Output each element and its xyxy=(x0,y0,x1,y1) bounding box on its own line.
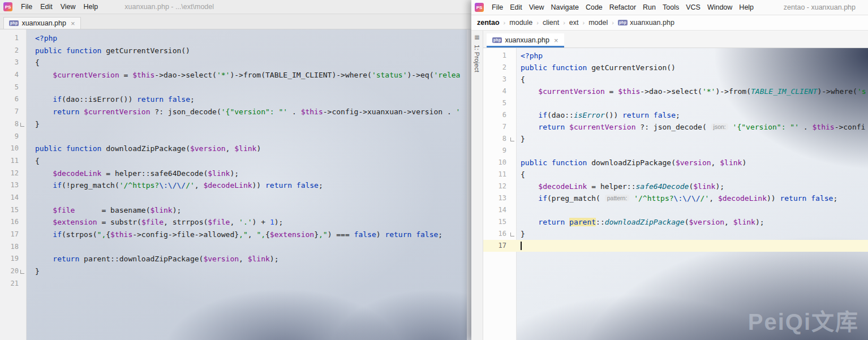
code-line[interactable]: 20} xyxy=(0,265,471,278)
menu-item-help[interactable]: Help xyxy=(736,3,757,11)
line-number[interactable]: 9 xyxy=(483,145,516,157)
code-line[interactable]: 1<?php xyxy=(0,32,471,45)
line-number[interactable]: 16 xyxy=(483,228,516,240)
code-line[interactable]: 3{ xyxy=(483,74,868,85)
fold-marker-icon[interactable] xyxy=(510,233,514,236)
code-line[interactable]: 1<?php xyxy=(483,50,868,62)
breadcrumb-item-client[interactable]: client xyxy=(543,19,559,27)
menu-item-help[interactable]: Help xyxy=(80,3,102,11)
code-line[interactable]: 3{ xyxy=(0,57,471,69)
line-number[interactable]: 8 xyxy=(0,118,26,131)
line-number[interactable]: 6 xyxy=(483,109,516,121)
line-number[interactable]: 12 xyxy=(0,167,26,180)
code-line[interactable]: 16 $extension = substr($file, strrpos($f… xyxy=(0,216,471,229)
menu-item-code[interactable]: Code xyxy=(582,3,606,11)
project-tool-button[interactable]: 1: Project xyxy=(474,45,480,72)
menu-item-vcs[interactable]: VCS xyxy=(682,3,704,11)
line-number[interactable]: 13 xyxy=(0,179,26,192)
code-line[interactable]: 14 xyxy=(0,192,471,204)
code-line[interactable]: 2public function getCurrentVersion() xyxy=(483,62,868,74)
code-line[interactable]: 8} xyxy=(483,133,868,145)
tab-xuanxuan-php[interactable]: php xuanxuan.php × xyxy=(3,17,81,29)
line-number[interactable]: 12 xyxy=(483,180,516,192)
line-number[interactable]: 3 xyxy=(483,74,516,85)
menu-item-edit[interactable]: Edit xyxy=(36,3,57,11)
line-number[interactable]: 17 xyxy=(0,229,26,241)
code-line[interactable]: 21 xyxy=(0,278,471,290)
line-number[interactable]: 11 xyxy=(483,169,516,180)
line-number[interactable]: 5 xyxy=(0,81,26,94)
menu-item-tools[interactable]: Tools xyxy=(659,3,682,11)
line-number[interactable]: 1 xyxy=(483,50,516,62)
menu-item-edit[interactable]: Edit xyxy=(506,3,526,11)
menu-item-refactor[interactable]: Refactor xyxy=(606,3,639,11)
menu-item-navigate[interactable]: Navigate xyxy=(548,3,582,11)
fold-marker-icon[interactable] xyxy=(20,123,24,127)
line-number[interactable]: 10 xyxy=(483,157,516,169)
code-line[interactable]: 12 $decodeLink = helper::safe64Decode($l… xyxy=(0,167,471,180)
line-number[interactable]: 16 xyxy=(0,216,26,229)
code-line[interactable]: 17 xyxy=(483,240,868,252)
code-line[interactable]: 13 if(preg_match( pattern: '/^https?\:\/… xyxy=(483,192,868,204)
code-line[interactable]: 9 xyxy=(483,145,868,157)
code-line[interactable]: 5 xyxy=(483,97,868,109)
close-tab-icon[interactable]: × xyxy=(71,20,75,27)
line-number[interactable]: 20 xyxy=(0,265,26,278)
line-number[interactable]: 15 xyxy=(0,204,26,217)
code-line[interactable]: 4 $currentVersion = $this->dao->select('… xyxy=(483,85,868,97)
code-line[interactable]: 5 xyxy=(0,81,471,94)
breadcrumb-item-module[interactable]: module xyxy=(509,19,532,27)
breadcrumb-item-file[interactable]: php xuanxuan.php xyxy=(618,19,674,27)
tab-xuanxuan-php[interactable]: php xuanxuan.php × xyxy=(487,33,564,48)
line-number[interactable]: 6 xyxy=(0,93,26,106)
menu-item-view[interactable]: View xyxy=(57,3,80,11)
line-number[interactable]: 7 xyxy=(0,106,26,118)
line-number[interactable]: 3 xyxy=(0,57,26,69)
line-number[interactable]: 2 xyxy=(483,62,516,74)
line-number[interactable]: 11 xyxy=(0,155,26,167)
line-number[interactable]: 2 xyxy=(0,45,26,57)
fold-marker-icon[interactable] xyxy=(510,137,514,141)
code-line[interactable]: 7 return $currentVersion ?: json_decode(… xyxy=(483,121,868,133)
code-line[interactable]: 14 xyxy=(483,204,868,216)
line-number[interactable]: 10 xyxy=(0,143,26,155)
line-number[interactable]: 19 xyxy=(0,253,26,265)
code-line[interactable]: 6 if(dao::isError()) return false; xyxy=(483,109,868,121)
line-number[interactable]: 4 xyxy=(483,85,516,97)
menu-item-view[interactable]: View xyxy=(526,3,548,11)
code-line[interactable]: 16} xyxy=(483,228,868,240)
code-editor-left[interactable]: 1<?php2public function getCurrentVersion… xyxy=(0,29,471,340)
code-line[interactable]: 9 xyxy=(0,131,471,143)
code-line[interactable]: 19 return parent::downloadZipPackage($ve… xyxy=(0,253,471,265)
code-line[interactable]: 15 return parent::downloadZipPackage($ve… xyxy=(483,216,868,228)
line-number[interactable]: 4 xyxy=(0,69,26,81)
line-number[interactable]: 13 xyxy=(483,192,516,204)
project-tool-icon[interactable]: ▦ xyxy=(474,34,479,40)
line-number[interactable]: 1 xyxy=(0,32,26,45)
code-line[interactable]: 13 if(!preg_match('/^https?\:\/\//', $de… xyxy=(0,179,471,192)
breadcrumb-item-model[interactable]: model xyxy=(588,19,608,27)
menu-item-window[interactable]: Window xyxy=(704,3,736,11)
line-number[interactable]: 9 xyxy=(0,131,26,143)
code-line[interactable]: 4 $currentVersion = $this->dao->select('… xyxy=(0,69,471,81)
code-line[interactable]: 6 if(dao::isError()) return false; xyxy=(0,93,471,106)
code-line[interactable]: 18 xyxy=(0,241,471,253)
line-number[interactable]: 14 xyxy=(0,192,26,204)
line-number[interactable]: 7 xyxy=(483,121,516,133)
breadcrumb-item-zentao[interactable]: zentao xyxy=(477,19,500,27)
code-line[interactable]: 8} xyxy=(0,118,471,131)
fold-marker-icon[interactable] xyxy=(20,270,24,274)
line-number[interactable]: 14 xyxy=(483,204,516,216)
menu-item-file[interactable]: File xyxy=(17,3,36,11)
code-line[interactable]: 10public function downloadZipPackage($ve… xyxy=(0,143,471,155)
menu-item-file[interactable]: File xyxy=(488,3,506,11)
code-line[interactable]: 7 return $currentVersion ?: json_decode(… xyxy=(0,106,471,118)
line-number[interactable]: 18 xyxy=(0,241,26,253)
line-number[interactable]: 15 xyxy=(483,216,516,228)
code-editor-right[interactable]: PeiQi文库 1<?php2public function getCurren… xyxy=(483,48,868,340)
line-number[interactable]: 5 xyxy=(483,97,516,109)
line-number[interactable]: 8 xyxy=(483,133,516,145)
code-line[interactable]: 2public function getCurrentVersion() xyxy=(0,45,471,57)
code-line[interactable]: 15 $file = basename($link); xyxy=(0,204,471,217)
menu-item-run[interactable]: Run xyxy=(639,3,659,11)
